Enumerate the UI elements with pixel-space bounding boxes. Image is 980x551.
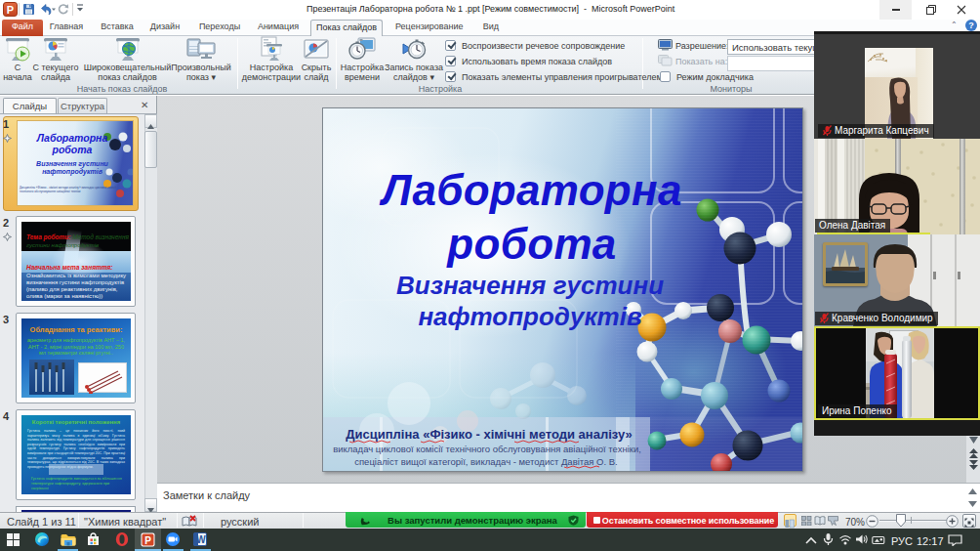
svg-text:робота: робота — [446, 220, 616, 268]
svg-text:викладач циклової комісії тех: викладач циклової комісії технічного обс… — [333, 444, 641, 454]
svg-text:нафтопродуктів: нафтопродуктів — [418, 302, 642, 331]
svg-text:P: P — [144, 535, 151, 546]
svg-text:W: W — [196, 534, 206, 545]
svg-text:спеціаліст вищої категорії,: спеціаліст вищої категорії, викладач - м… — [354, 456, 618, 467]
svg-text:Дисципліна «Фізико - хімічні: Дисципліна «Фізико - хімічні методи анал… — [346, 427, 632, 442]
svg-text:Визначення густини: Визначення густини — [396, 271, 664, 300]
svg-text:Лабораторна: Лабораторна — [379, 166, 681, 214]
